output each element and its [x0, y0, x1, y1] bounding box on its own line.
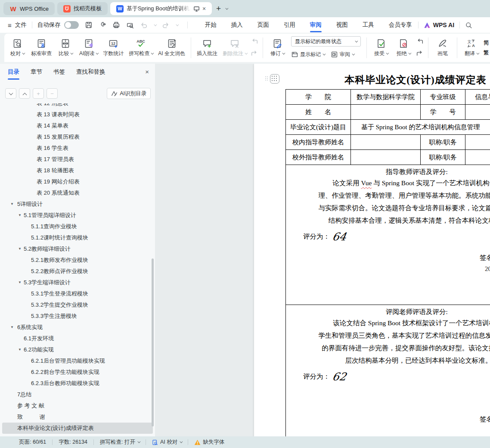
toc-item[interactable]: 6.2.3后台教师功能模块实现 — [2, 378, 153, 389]
menu-view[interactable]: 视图 — [335, 18, 349, 32]
file-menu[interactable]: 文件 — [15, 21, 27, 29]
toc-item[interactable]: ▼6系统实现 — [2, 322, 153, 333]
tab-wps-office[interactable]: W WPS Office — [3, 2, 55, 15]
review-pane-button[interactable]: 审阅 — [331, 49, 354, 59]
word-count-button[interactable]: 12 字数统计 — [100, 35, 126, 60]
collapse-arrow-icon[interactable]: ▼ — [10, 199, 14, 210]
monitor-icon[interactable] — [193, 6, 200, 12]
markup-state-select[interactable]: 显示标记的最终状态 — [291, 36, 361, 47]
hamburger-menu-icon[interactable]: ≡ — [8, 22, 12, 29]
toc-item[interactable]: 表 14 菜单表 — [2, 120, 153, 131]
previous-revision-button[interactable] — [415, 37, 425, 47]
toc-item[interactable]: 5.3.1学生登录流程模块 — [2, 288, 153, 299]
student-id-value-cell[interactable] — [465, 105, 490, 120]
menu-reference[interactable]: 引用 — [283, 18, 296, 32]
internal-advisor-value-cell[interactable] — [351, 135, 421, 150]
ink-pen-button[interactable]: 画笔 — [431, 35, 454, 60]
internal-advisor-label-cell[interactable]: 校内指导教师姓名 — [286, 135, 351, 150]
next-comment-button[interactable] — [249, 49, 260, 59]
toc-item[interactable]: 5.2.2教师点评作业模块 — [2, 266, 153, 277]
toc-item[interactable]: 表 20 系统通知表 — [2, 187, 153, 199]
toc-item[interactable]: 表 19 网站介绍表 — [2, 176, 153, 187]
sidebar-tab-chapters[interactable]: 章节 — [31, 68, 42, 80]
redo-chevron-icon[interactable] — [176, 23, 179, 26]
title-rank-label-cell[interactable]: 职称/职务 — [421, 135, 465, 150]
toc-item[interactable]: ▼5.2教师端详细设计 — [2, 243, 153, 255]
sidebar-tab-contents[interactable]: 目录 — [8, 68, 19, 80]
sidebar-scrollbar[interactable] — [152, 258, 154, 426]
expand-button[interactable]: + — [33, 88, 44, 99]
menu-insert[interactable]: 插入 — [230, 18, 244, 32]
proofread-button[interactable]: 校对 — [6, 35, 28, 60]
collapse-arrow-icon[interactable]: ▼ — [18, 243, 22, 255]
compare-button[interactable]: 比较 — [54, 35, 77, 60]
topic-label-cell[interactable]: 毕业论文(设计)题目 — [286, 120, 351, 135]
traditional-to-simplified-button[interactable]: 繁 转简 — [484, 49, 490, 56]
toc-item[interactable]: 5.3.3学生注册模块 — [2, 311, 153, 322]
spell-check-status[interactable]: 拼写检查: 打开 — [100, 439, 140, 446]
menu-page[interactable]: 页面 — [257, 18, 270, 32]
ai-polish-button[interactable]: AI 全文润色 — [155, 35, 188, 60]
topic-value-cell[interactable]: 基于 Spring Boot 的艺术培训机构信息管理 — [351, 120, 490, 135]
title-rank-label-cell[interactable]: 职称/职务 — [421, 150, 465, 165]
redo-icon[interactable] — [162, 21, 170, 29]
college-label-cell[interactable]: 学 院 — [286, 90, 351, 105]
translate-button[interactable]: 文A 翻译 — [460, 35, 483, 60]
page-indicator[interactable]: 页面: 60/61 — [19, 439, 46, 446]
accept-revision-button[interactable]: 接受 — [370, 35, 392, 60]
reject-revision-button[interactable]: 拒绝 — [392, 35, 415, 60]
print-icon[interactable] — [112, 21, 120, 29]
print-preview-icon[interactable] — [126, 21, 134, 29]
class-label-cell[interactable]: 专业班级 — [421, 90, 465, 105]
toc-item[interactable]: 7总结 — [2, 389, 153, 400]
name-value-cell[interactable] — [351, 105, 421, 120]
next-heading-button[interactable] — [5, 88, 16, 99]
spell-check-button[interactable]: ABC 拼写检查 — [126, 35, 155, 60]
toc-item[interactable]: 参 考 文 献 — [2, 400, 153, 411]
toc-item[interactable]: 致 谢 — [2, 411, 153, 423]
collapse-arrow-icon[interactable]: ▼ — [18, 277, 22, 288]
document-page[interactable]: 本科毕业论文(设计)成绩评定表 学 院 数学与数据科学学院 专业班级 信息与 姓… — [254, 64, 490, 436]
menu-review[interactable]: 审阅 — [309, 18, 323, 32]
toc-item[interactable]: 6.2.1后台管理员功能模块实现 — [2, 355, 153, 367]
ai-recognize-toc-button[interactable]: AI识别目录 — [107, 88, 151, 99]
ai-proofread-status[interactable]: AI 校对 — [152, 439, 182, 446]
missing-font-warning[interactable]: 缺失字体 — [194, 439, 224, 446]
name-label-cell[interactable]: 姓 名 — [286, 105, 351, 120]
tab-document[interactable]: W 基于Spring Boot的培训机构 × — [110, 2, 212, 15]
next-revision-button[interactable] — [415, 49, 425, 59]
toc-item[interactable]: 本科毕业论文(设计)成绩评定表 — [2, 423, 153, 434]
insert-comment-button[interactable]: 插入批注 — [194, 35, 220, 60]
wps-ai-button[interactable]: WPS AI — [424, 22, 454, 28]
delete-comment-button[interactable]: 删除批注 — [220, 35, 249, 60]
toc-item[interactable]: 5.1.1查询作业模块 — [2, 221, 153, 232]
previous-heading-button[interactable] — [19, 88, 30, 99]
collapse-arrow-icon[interactable]: ▼ — [18, 344, 22, 355]
menu-tools[interactable]: 工具 — [362, 18, 375, 32]
ai-read-aloud-button[interactable]: AI朗读 — [77, 35, 100, 60]
sidebar-tab-find-replace[interactable]: 查找和替换 — [76, 68, 105, 80]
toc-item[interactable]: 5.2.1教师发布作业模块 — [2, 255, 153, 266]
undo-chevron-icon[interactable] — [154, 23, 157, 26]
close-tab-icon[interactable]: × — [202, 5, 206, 12]
toc-item[interactable]: 表 15 发展历程表 — [2, 131, 153, 143]
export-icon[interactable] — [99, 21, 106, 29]
collapse-button[interactable]: − — [47, 88, 58, 99]
toc-item[interactable]: 5.1.2课时统计查询模块 — [2, 232, 153, 243]
reviewer-comment-cell[interactable]: 评阅老师评语及评分: 该论文结合 Spring Boot 技术框架设计了一个艺术… — [286, 305, 490, 437]
toc-item[interactable]: 表 18 轮播图表 — [2, 165, 153, 176]
save-icon[interactable] — [85, 21, 93, 29]
search-icon[interactable] — [465, 22, 472, 29]
show-markup-button[interactable]: 显示标记 — [291, 49, 325, 59]
sidebar-tab-bookmarks[interactable]: 书签 — [53, 68, 65, 80]
table-drag-handle[interactable] — [265, 74, 279, 84]
toc-item[interactable]: ▼5.3学生端详细设计 — [2, 277, 153, 288]
toc-item[interactable]: ▼6.2功能实现 — [2, 344, 153, 355]
college-value-cell[interactable]: 数学与数据科学学院 — [351, 90, 421, 105]
title-rank-value-cell[interactable] — [465, 150, 490, 165]
autosave-toggle[interactable] — [64, 21, 79, 29]
undo-icon[interactable] — [140, 21, 148, 29]
toc-item[interactable]: 表 17 管理员表 — [2, 154, 153, 165]
student-id-label-cell[interactable]: 学 号 — [421, 105, 465, 120]
word-count-indicator[interactable]: 字数: 26134 — [59, 439, 87, 446]
